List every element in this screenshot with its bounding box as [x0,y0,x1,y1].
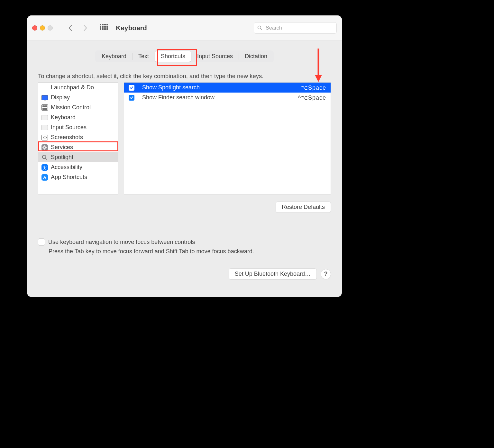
footer: Set Up Bluetooth Keyboard… ? [38,268,331,280]
window-controls [32,25,53,31]
svg-point-14 [44,166,45,166]
svg-point-12 [42,155,46,158]
display-icon [41,95,48,100]
instructions-text: To change a shortcut, select it, click t… [38,73,331,80]
svg-point-3 [44,147,46,148]
category-list[interactable]: Launchpad & Do… Display Mission Control … [38,82,118,194]
shortcut-label: Show Spotlight search [139,84,200,91]
tab-dictation[interactable]: Dictation [239,51,273,62]
shortcut-list[interactable]: Show Spotlight search ⌥Space Show Finder… [124,82,331,194]
back-button[interactable] [65,22,76,33]
svg-line-1 [261,29,262,30]
shortcut-keys[interactable]: ⌥Space [301,84,326,91]
keyboard-icon [41,115,48,120]
tabs: Keyboard Text Shortcuts Input Sources Di… [95,50,274,62]
mission-control-icon [41,104,48,111]
category-label: App Shortcuts [51,174,87,181]
category-label: Screenshots [51,134,83,141]
kb-nav-checkbox[interactable] [38,238,45,246]
help-button[interactable]: ? [321,269,331,279]
checkbox[interactable] [129,85,134,91]
category-spotlight[interactable]: Spotlight [38,152,118,162]
camera-icon [41,135,48,140]
tab-text[interactable]: Text [133,51,155,62]
category-label: Keyboard [51,114,76,121]
shortcut-keys[interactable]: ^⌥Space [298,94,326,101]
category-label: Spotlight [51,154,73,161]
shortcut-row-finder-search[interactable]: Show Finder search window ^⌥Space [124,93,331,103]
category-label: Accessibility [51,164,82,171]
category-label: Display [51,94,70,101]
forward-button[interactable] [80,22,91,33]
search-input[interactable] [265,25,333,31]
app-shortcuts-icon: A [41,174,48,181]
svg-point-0 [258,26,261,29]
tab-shortcuts[interactable]: Shortcuts [155,51,191,62]
show-all-prefs-button[interactable] [100,24,108,32]
spotlight-icon [41,154,48,161]
shortcut-row-spotlight-search[interactable]: Show Spotlight search ⌥Space [124,83,331,93]
search-icon [257,25,262,31]
svg-line-11 [46,146,46,147]
category-label: Services [51,144,73,151]
preferences-window: Keyboard Keyboard Text Shortcuts [27,15,342,297]
zoom-window-button[interactable] [48,25,53,31]
category-launchpad[interactable]: Launchpad & Do… [38,83,118,93]
category-keyboard[interactable]: Keyboard [38,112,118,122]
restore-defaults-button[interactable]: Restore Defaults [276,202,331,213]
accessibility-icon [41,164,48,171]
panels: Launchpad & Do… Display Mission Control … [38,82,331,194]
category-label: Input Sources [51,124,87,131]
svg-line-9 [46,148,46,149]
category-label: Mission Control [51,104,91,111]
bluetooth-keyboard-button[interactable]: Set Up Bluetooth Keyboard… [229,268,317,280]
category-input-sources[interactable]: Input Sources [38,122,118,132]
minimize-window-button[interactable] [40,25,45,31]
category-accessibility[interactable]: Accessibility [38,162,118,172]
svg-line-8 [43,146,44,147]
category-screenshots[interactable]: Screenshots [38,132,118,142]
category-display[interactable]: Display [38,93,118,103]
page-title: Keyboard [116,24,147,32]
svg-line-13 [46,158,47,160]
chevron-right-icon [83,24,88,31]
keyboard-navigation-section: Use keyboard navigation to move focus be… [38,238,331,255]
kb-nav-label: Use keyboard navigation to move focus be… [48,239,195,246]
svg-line-10 [43,148,44,149]
titlebar: Keyboard [27,15,342,41]
input-sources-icon [41,125,48,130]
tab-input-sources[interactable]: Input Sources [191,51,239,62]
category-app-shortcuts[interactable]: A App Shortcuts [38,172,118,182]
checkbox[interactable] [129,95,134,101]
close-window-button[interactable] [32,25,37,31]
category-services[interactable]: Services [38,142,118,152]
search-field[interactable] [254,22,337,34]
category-label: Launchpad & Do… [51,84,100,91]
launchpad-icon [41,85,48,91]
shortcut-label: Show Finder search window [139,94,215,101]
content: Keyboard Text Shortcuts Input Sources Di… [27,41,342,297]
kb-nav-hint: Press the Tab key to move focus forward … [49,248,331,255]
tab-keyboard[interactable]: Keyboard [96,51,132,62]
category-mission-control[interactable]: Mission Control [38,103,118,112]
chevron-left-icon [68,24,73,31]
gear-icon [41,144,48,151]
